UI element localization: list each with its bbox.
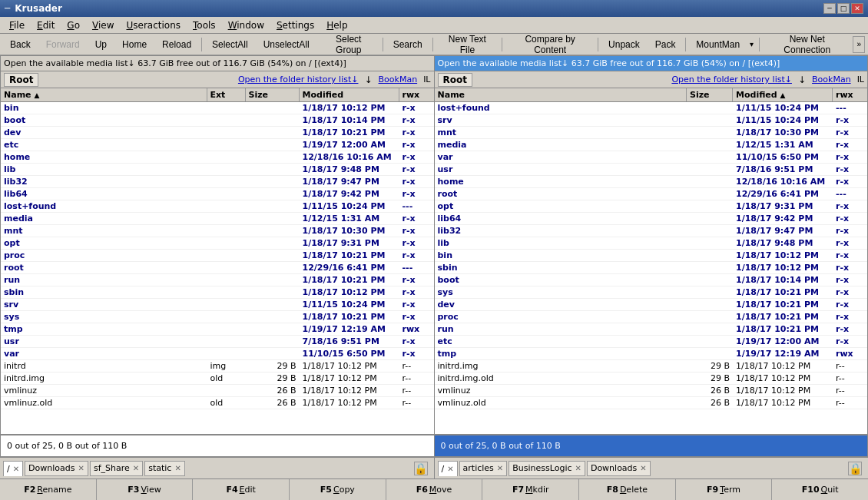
list-item[interactable]: initrd.img 29 B 1/18/17 10:12 PM r-- (435, 360, 868, 373)
right-il-button[interactable]: IL (857, 75, 864, 84)
right-root-label[interactable]: Root (438, 73, 472, 87)
list-item[interactable]: dev 1/18/17 10:21 PM r-x (435, 299, 868, 311)
up-button[interactable]: Up (88, 36, 114, 53)
tab-item[interactable]: Downloads ✕ (25, 461, 88, 476)
menu-useractions[interactable]: Useractions (120, 18, 187, 32)
tab-item[interactable]: / ✕ (438, 461, 458, 476)
left-history-button[interactable]: Open the folder history list↓ (238, 75, 359, 84)
list-item[interactable]: boot 1/18/17 10:14 PM r-x (435, 274, 868, 286)
list-item[interactable]: proc 1/18/17 10:21 PM r-x (1, 250, 434, 262)
close-button[interactable]: ✕ (851, 3, 863, 14)
right-col-modified[interactable]: Modified ▲ (733, 88, 833, 101)
list-item[interactable]: lost+found 1/11/15 10:24 PM --- (435, 102, 868, 114)
list-item[interactable]: media 1/12/15 1:31 AM r-x (435, 139, 868, 151)
left-col-size[interactable]: Size (246, 88, 300, 101)
list-item[interactable]: vmlinuz 26 B 1/18/17 10:12 PM r-- (1, 385, 434, 397)
fkey-f3-button[interactable]: F3View (97, 479, 194, 500)
system-menu-icon[interactable]: ─ (5, 3, 10, 14)
list-item[interactable]: sbin 1/18/17 10:12 PM r-x (1, 286, 434, 299)
list-item[interactable]: run 1/18/17 10:21 PM r-x (1, 274, 434, 286)
back-button[interactable]: Back (3, 36, 38, 53)
tab-close-button[interactable]: ✕ (133, 464, 139, 472)
list-item[interactable]: home 12/18/16 10:16 AM r-x (435, 176, 868, 188)
list-item[interactable]: tmp 1/19/17 12:19 AM rwx (435, 348, 868, 360)
right-col-size[interactable]: Size (687, 88, 733, 101)
list-item[interactable]: bin 1/18/17 10:12 PM r-x (435, 250, 868, 262)
list-item[interactable]: opt 1/18/17 9:31 PM r-x (1, 237, 434, 250)
forward-button[interactable]: Forward (39, 36, 87, 53)
list-item[interactable]: srv 1/11/15 10:24 PM r-x (435, 114, 868, 127)
menu-edit[interactable]: Edit (31, 18, 61, 32)
tab-item[interactable]: static ✕ (144, 461, 185, 476)
list-item[interactable]: var 11/10/15 6:50 PM r-x (1, 348, 434, 360)
tab-close-button[interactable]: ✕ (447, 465, 453, 473)
list-item[interactable]: sys 1/18/17 10:21 PM r-x (435, 286, 868, 299)
left-col-modified[interactable]: Modified (300, 88, 399, 101)
list-item[interactable]: lib 1/18/17 9:48 PM r-x (435, 237, 868, 250)
list-item[interactable]: initrd.img.old 29 B 1/18/17 10:12 PM r-- (435, 373, 868, 385)
list-item[interactable]: root 12/29/16 6:41 PM --- (435, 188, 868, 200)
menu-window[interactable]: Window (222, 18, 270, 32)
tab-item[interactable]: articles ✕ (459, 461, 508, 476)
menu-tools[interactable]: Tools (187, 18, 222, 32)
list-item[interactable]: usr 7/18/16 9:51 PM r-x (435, 164, 868, 176)
fkey-f5-button[interactable]: F5Copy (290, 479, 386, 500)
fkey-f2-button[interactable]: F2Rename (0, 479, 97, 500)
list-item[interactable]: etc 1/19/17 12:00 AM r-x (435, 336, 868, 348)
list-item[interactable]: lib64 1/18/17 9:42 PM r-x (1, 188, 434, 200)
fkey-f8-button[interactable]: F8Delete (579, 479, 676, 500)
fkey-f9-button[interactable]: F9Term (676, 479, 773, 500)
tab-close-button[interactable]: ✕ (575, 464, 581, 472)
list-item[interactable]: lib 1/18/17 9:48 PM r-x (1, 164, 434, 176)
search-button[interactable]: Search (386, 36, 429, 53)
list-item[interactable]: var 11/10/15 6:50 PM r-x (435, 151, 868, 164)
list-item[interactable]: srv 1/11/15 10:24 PM r-x (1, 299, 434, 311)
newnetsconnection-button[interactable]: New Net Connection (763, 36, 852, 53)
list-item[interactable]: dev 1/18/17 10:21 PM r-x (1, 127, 434, 139)
list-item[interactable]: vmlinuz.old old 26 B 1/18/17 10:12 PM r-… (1, 397, 434, 409)
list-item[interactable]: lib64 1/18/17 9:42 PM r-x (435, 213, 868, 225)
comparebycontent-button[interactable]: Compare by Content (505, 36, 595, 53)
list-item[interactable]: tmp 1/19/17 12:19 AM rwx (1, 323, 434, 336)
tab-item[interactable]: Downloads ✕ (587, 461, 651, 476)
menu-go[interactable]: Go (61, 18, 86, 32)
left-col-ext[interactable]: Ext (207, 88, 246, 101)
list-item[interactable]: lost+found 1/11/15 10:24 PM --- (1, 200, 434, 213)
reload-button[interactable]: Reload (155, 36, 198, 53)
left-il-button[interactable]: IL (423, 75, 430, 84)
list-item[interactable]: initrd.img old 29 B 1/18/17 10:12 PM r-- (1, 373, 434, 385)
menu-view[interactable]: View (86, 18, 120, 32)
unselectall-button[interactable]: UnselectAll (257, 36, 316, 53)
mountman-button[interactable]: MountMan (689, 36, 747, 53)
list-item[interactable]: lib32 1/18/17 9:47 PM r-x (1, 176, 434, 188)
list-item[interactable]: opt 1/18/17 9:31 PM r-x (435, 200, 868, 213)
tab-close-button[interactable]: ✕ (640, 464, 646, 472)
tab-close-button[interactable]: ✕ (78, 464, 84, 472)
list-item[interactable]: initrd img 29 B 1/18/17 10:12 PM r-- (1, 360, 434, 373)
right-bookmark-button[interactable]: BookMan (812, 75, 851, 84)
list-item[interactable]: boot 1/18/17 10:14 PM r-x (1, 114, 434, 127)
menu-settings[interactable]: Settings (270, 18, 320, 32)
left-col-name[interactable]: Name ▲ (1, 88, 207, 101)
list-item[interactable]: lib32 1/18/17 9:47 PM r-x (435, 225, 868, 237)
list-item[interactable]: sys 1/18/17 10:21 PM r-x (1, 311, 434, 323)
list-item[interactable]: etc 1/19/17 12:00 AM r-x (1, 139, 434, 151)
right-col-rwx[interactable]: rwx (833, 88, 867, 101)
list-item[interactable]: run 1/18/17 10:21 PM r-x (435, 323, 868, 336)
tab-close-button[interactable]: ✕ (174, 464, 181, 472)
list-item[interactable]: root 12/29/16 6:41 PM --- (1, 262, 434, 274)
right-history-button[interactable]: Open the folder history list↓ (671, 75, 792, 84)
home-button[interactable]: Home (115, 36, 154, 53)
mountman-arrow[interactable]: ▾ (747, 36, 756, 53)
tab-item[interactable]: / ✕ (3, 461, 23, 476)
list-item[interactable]: mnt 1/18/17 10:30 PM r-x (1, 225, 434, 237)
list-item[interactable]: sbin 1/18/17 10:12 PM r-x (435, 262, 868, 274)
list-item[interactable]: home 12/18/16 10:16 AM r-x (1, 151, 434, 164)
list-item[interactable]: usr 7/18/16 9:51 PM r-x (1, 336, 434, 348)
selectgroup-button[interactable]: Select Group (318, 36, 379, 53)
right-tab-add-button[interactable]: 🔒 (848, 462, 862, 475)
unpack-button[interactable]: Unpack (601, 36, 647, 53)
list-item[interactable]: vmlinuz.old 26 B 1/18/17 10:12 PM r-- (435, 397, 868, 409)
right-col-name[interactable]: Name (435, 88, 687, 101)
more-toolbar-button[interactable]: » (853, 36, 865, 53)
